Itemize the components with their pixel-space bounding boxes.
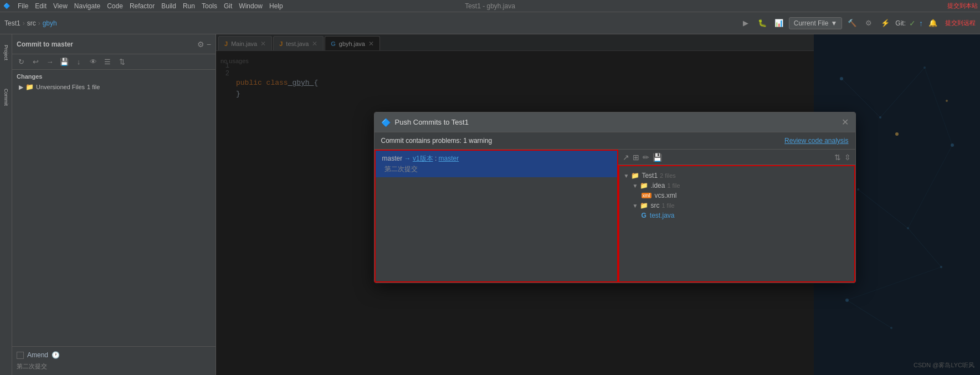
current-file-chevron-icon: ▼: [830, 19, 837, 27]
commit-branch-label: master → v1版本 : master: [382, 154, 610, 163]
tree-idea-name: .idea: [650, 182, 665, 189]
menu-code[interactable]: Code: [104, 1, 126, 11]
save-icon[interactable]: 💾: [58, 55, 71, 69]
menu-edit[interactable]: Edit: [32, 1, 50, 11]
files-tree: ▼ 📁 Test1 2 files ▼ 📁 .idea 1 file: [618, 165, 855, 282]
tree-row-vcs-xml[interactable]: xml vcs.xml: [624, 191, 850, 201]
files-toolbar-icon4[interactable]: 💾: [653, 153, 662, 162]
commit-description: 第二次提交: [382, 165, 610, 174]
tree-row-test-java[interactable]: G test.java: [624, 210, 850, 220]
project-tab[interactable]: Project: [1, 48, 11, 58]
sidebar-strip: Project Commit: [0, 34, 12, 375]
dialog-close-button[interactable]: ✕: [842, 117, 849, 127]
unversioned-row[interactable]: ▶ 📁 Unversioned Files 1 file: [17, 82, 211, 92]
chevron-right-icon: ▶: [19, 84, 23, 91]
amend-checkbox[interactable]: [17, 352, 24, 359]
build-button[interactable]: 🔨: [845, 17, 859, 30]
menu-file[interactable]: File: [14, 1, 32, 11]
commit-panel: Commit to master ⚙ − ↻ ↩ → 💾 ↓ 👁 ☰ ⇅ Cha…: [12, 34, 216, 375]
files-toolbar-icon3[interactable]: ✏: [643, 153, 649, 162]
tree-test1-name: Test1: [642, 172, 658, 179]
menu-tools[interactable]: Tools: [198, 1, 220, 11]
xml-file-icon: xml: [642, 193, 651, 198]
menu-navigate[interactable]: Navigate: [71, 1, 104, 11]
tree-row-test1[interactable]: ▼ 📁 Test1 2 files: [624, 171, 850, 181]
menu-run[interactable]: Run: [179, 1, 198, 11]
download-icon[interactable]: ↓: [72, 55, 85, 69]
files-toolbar-icon2[interactable]: ⊞: [633, 153, 639, 162]
current-file-dropdown[interactable]: Current File ▼: [789, 17, 843, 29]
menu-view[interactable]: View: [50, 1, 71, 11]
amend-row: Amend 🕐: [17, 351, 211, 359]
breadcrumb-sep2: ›: [38, 19, 40, 27]
commit-files-panel: ↗ ⊞ ✏ 💾 ⇅ ⇳ ▼ 📁: [618, 150, 855, 282]
breadcrumb-sep1: ›: [23, 19, 25, 27]
amend-label: Amend: [27, 351, 48, 359]
list-icon[interactable]: ☰: [101, 55, 114, 69]
breadcrumb: Test1 › src › gbyh: [4, 19, 738, 27]
profile-button[interactable]: 📊: [772, 17, 786, 30]
branch-from: master: [382, 155, 403, 162]
tree-row-src[interactable]: ▼ 📁 src 1 file: [624, 201, 850, 210]
commit-tab[interactable]: Commit: [1, 92, 11, 102]
tree-idea-count: 1 file: [667, 182, 680, 189]
dialog-header: 🔷 Push Commits to Test1 ✕: [374, 112, 855, 132]
git-button[interactable]: ⚡: [879, 17, 892, 30]
dialog-body: master → v1版本 : master 第二次提交: [374, 150, 855, 282]
menu-git[interactable]: Git: [220, 1, 235, 11]
files-toolbar-icon1[interactable]: ↗: [623, 153, 629, 162]
menu-bar: 🔷 File Edit View Navigate Code Refactor …: [0, 0, 980, 12]
dialog-warning-bar: Commit contains problems: 1 warning Revi…: [374, 132, 855, 150]
git-label: Git:: [895, 19, 906, 27]
submit-local-btn[interactable]: 提交到本站: [947, 2, 978, 10]
debug-button[interactable]: 🐛: [756, 17, 769, 30]
current-file-label: Current File: [794, 19, 829, 27]
tree-test1-count: 2 files: [660, 172, 676, 179]
settings-icon[interactable]: ⚙: [197, 40, 204, 49]
breadcrumb-src: src: [27, 19, 36, 27]
review-code-link[interactable]: Review code analysis: [784, 137, 848, 145]
eye-icon[interactable]: 👁: [86, 55, 100, 69]
files-toolbar: ↗ ⊞ ✏ 💾 ⇅ ⇳: [618, 150, 855, 165]
unversioned-count: 1 file: [87, 84, 100, 90]
run-button[interactable]: ▶: [739, 17, 752, 30]
commit-header: Commit to master ⚙ −: [12, 34, 216, 54]
settings-button[interactable]: ⚙: [862, 17, 875, 30]
history-icon[interactable]: 🕐: [52, 351, 60, 359]
commit-panel-title: Commit to master: [17, 40, 73, 48]
window-title: Test1 - gbyh.java: [465, 2, 515, 10]
git-push-icon[interactable]: ↑: [919, 19, 923, 28]
top-right-area: 提交到本站: [947, 2, 978, 10]
changes-section: Changes ▶ 📁 Unversioned Files 1 file: [12, 70, 216, 346]
menu-refactor[interactable]: Refactor: [126, 1, 158, 11]
menu-help[interactable]: Help: [266, 1, 286, 11]
refresh-icon[interactable]: ↻: [14, 55, 28, 69]
expand-all-icon[interactable]: ⇳: [844, 153, 851, 162]
toolbar-right: ▶ 🐛 📊 Current File ▼ 🔨 ⚙ ⚡ Git: ✓ ↑ 🔔 提交…: [739, 17, 976, 30]
expand-icon[interactable]: ⇅: [115, 55, 129, 69]
commits-list: master → v1版本 : master 第二次提交: [374, 150, 618, 282]
push-commits-dialog: 🔷 Push Commits to Test1 ✕ Commit contain…: [374, 112, 856, 283]
tree-test-java-name: test.java: [650, 212, 675, 219]
branch-to: master: [439, 155, 459, 162]
chevron-down-icon: ▼: [624, 173, 629, 179]
menu-window[interactable]: Window: [235, 1, 266, 11]
menu-build[interactable]: Build: [158, 1, 179, 11]
collapse-icon[interactable]: ⇅: [834, 153, 841, 162]
tree-row-idea[interactable]: ▼ 📁 .idea 1 file: [624, 181, 850, 191]
unversioned-label: Unversioned Files: [36, 84, 85, 90]
tree-src-name: src: [650, 202, 659, 209]
java-file-icon: G: [642, 212, 647, 219]
commit-message-area: Amend 🕐 第二次提交: [12, 346, 216, 375]
branch-sep: :: [435, 155, 439, 162]
submit-remote-btn[interactable]: 提交到远程: [945, 19, 976, 26]
notifications-button[interactable]: 🔔: [926, 17, 940, 30]
chevron-down-icon-3: ▼: [633, 203, 638, 209]
commit-item-0[interactable]: master → v1版本 : master 第二次提交: [376, 151, 617, 177]
push-icon: 🔷: [381, 118, 391, 127]
git-commit-icon[interactable]: ✓: [909, 19, 916, 28]
breadcrumb-file: gbyh: [43, 19, 57, 27]
minimize-icon[interactable]: −: [207, 40, 211, 49]
undo-icon[interactable]: ↩: [29, 55, 42, 69]
next-icon[interactable]: →: [43, 55, 57, 69]
